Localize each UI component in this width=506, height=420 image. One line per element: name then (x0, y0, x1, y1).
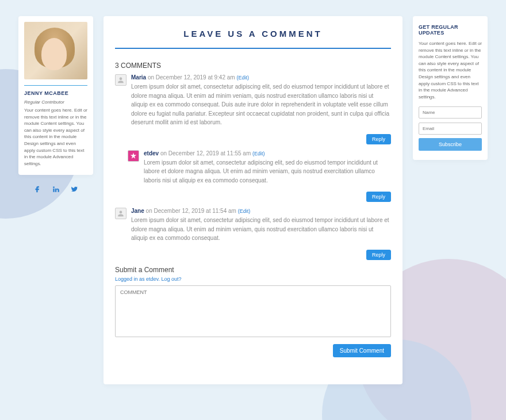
updates-description: Your content goes here. Edit or remove t… (419, 40, 482, 100)
comment-avatar (128, 150, 139, 162)
comment-author[interactable]: Jane (131, 208, 144, 214)
title-divider (115, 48, 391, 49)
comment-author[interactable]: Maria (131, 74, 146, 81)
comment-text: Lorem ipsum dolor sit amet, consectetur … (131, 82, 391, 127)
comment-edit-link[interactable]: (Edit) (236, 75, 249, 81)
comments-label: COMMENTS (121, 62, 161, 70)
social-links (33, 185, 78, 196)
reply-button[interactable]: Reply (366, 134, 391, 144)
comment-text: Lorem ipsum dolor sit amet, consectetur … (144, 158, 391, 185)
comments-list: Maria on December 12, 2019 at 9:42 am (E… (115, 74, 391, 260)
comment-date: on December 12, 2019 at 11:54 am (144, 208, 238, 214)
profile-avatar (24, 22, 87, 79)
subscribe-button[interactable]: Subscribe (419, 138, 482, 151)
twitter-icon[interactable] (70, 185, 78, 196)
profile-divider (24, 85, 87, 86)
comment-edit-link[interactable]: (Edit) (238, 208, 251, 214)
submit-comment-button[interactable]: Submit Comment (333, 344, 391, 357)
comment-item: Maria on December 12, 2019 at 9:42 am (E… (115, 74, 391, 131)
profile-role: Regular Contributor (24, 100, 87, 105)
comment-item: Jane on December 12, 2019 at 11:54 am (E… (115, 208, 391, 246)
reply-button[interactable]: Reply (366, 192, 391, 202)
comments-heading: 3 COMMENTS (115, 62, 391, 70)
comment-date: on December 12, 2019 at 9:42 am (146, 74, 236, 81)
email-input[interactable] (419, 123, 482, 135)
submit-heading: Submit a Comment (115, 266, 391, 274)
updates-card: GET REGULAR UPDATES Your content goes he… (413, 16, 488, 160)
comment-text: Lorem ipsum dolor sit amet, consectetur … (131, 216, 391, 243)
profile-card: JENNY MCABEE Regular Contributor Your co… (18, 16, 93, 175)
profile-description: Your content goes here. Edit or remove t… (24, 107, 87, 167)
comment-avatar (115, 74, 126, 86)
comment-textarea[interactable] (115, 285, 391, 337)
profile-name: JENNY MCABEE (24, 90, 87, 96)
comment-author[interactable]: etdev (144, 150, 159, 156)
updates-title: GET REGULAR UPDATES (419, 24, 482, 36)
comment-edit-link[interactable]: (Edit) (252, 151, 265, 156)
name-input[interactable] (419, 106, 482, 119)
facebook-icon[interactable] (33, 185, 41, 196)
comment-meta: etdev on December 12, 2019 at 11:55 am (… (144, 150, 391, 156)
comment-avatar (115, 208, 126, 219)
comment-meta: Jane on December 12, 2019 at 11:54 am (E… (131, 208, 391, 214)
main-content: LEAVE US A COMMENT 3 COMMENTS Maria on D… (103, 16, 402, 384)
reply-button[interactable]: Reply (366, 250, 391, 260)
login-info[interactable]: Logged in as etdev. Log out? (115, 276, 391, 282)
comment-item: etdev on December 12, 2019 at 11:55 am (… (128, 150, 391, 189)
linkedin-icon[interactable] (52, 185, 60, 196)
comment-date: on December 12, 2019 at 11:55 am (159, 150, 252, 156)
page-title: LEAVE US A COMMENT (115, 29, 391, 39)
comment-meta: Maria on December 12, 2019 at 9:42 am (E… (131, 74, 391, 81)
comments-count: 3 (115, 62, 119, 70)
